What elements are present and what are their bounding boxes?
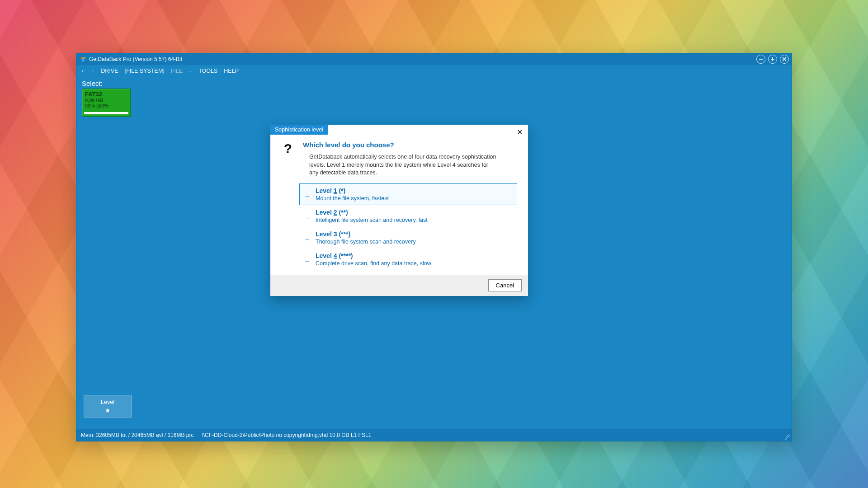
drive-filesystem: FAT32 — [85, 91, 127, 98]
dialog-footer: Cancel — [270, 275, 528, 296]
menu-tools[interactable]: TOOLS — [198, 68, 217, 74]
titlebar: GetDataBack Pro (Version 5.57) 64-Bit — [76, 53, 792, 65]
arrow-right-icon: → — [304, 192, 310, 200]
level-4-desc: Complete drive scan, find any data trace… — [316, 260, 431, 267]
drive-usage-bar — [84, 112, 128, 114]
select-label: Select: — [76, 77, 792, 92]
level-1-desc: Mount the file system, fastest — [316, 195, 389, 202]
dialog-title: Which level do you choose? — [303, 141, 497, 149]
menu-file: FILE — [171, 68, 183, 74]
app-window: GetDataBack Pro (Version 5.57) 64-Bit ‹ … — [76, 53, 792, 441]
drive-percent: 99% @0% — [85, 103, 127, 108]
close-button[interactable] — [780, 55, 789, 64]
nav-back[interactable]: ‹ — [81, 68, 85, 74]
question-icon: ? — [281, 142, 295, 155]
dialog-body: ? Which level do you choose? GetDataback… — [270, 135, 528, 275]
level-option-4[interactable]: → Level 4 (****) Complete drive scan, fi… — [299, 249, 517, 270]
status-path: \\CF-DD-Cloud-2\Public\Photo no copyrigh… — [202, 432, 371, 438]
sophistication-dialog: Sophistication level ✕ ? Which level do … — [270, 125, 528, 296]
arrow-right-icon: → — [304, 258, 310, 265]
cancel-button[interactable]: Cancel — [488, 279, 522, 291]
window-controls — [756, 55, 789, 64]
svg-point-2 — [82, 59, 84, 61]
level-option-2[interactable]: → Level 2 (**) Intelligent file system s… — [299, 205, 517, 227]
drive-card[interactable]: FAT32 9,99 GB 99% @0% — [82, 89, 131, 117]
level-option-1[interactable]: → Level 1 (*) Mount the file system, fas… — [299, 183, 517, 205]
level-button-label: Level — [101, 399, 114, 405]
resize-grip-icon[interactable] — [784, 434, 790, 440]
arrow-right-icon: → — [304, 236, 310, 243]
maximize-button[interactable] — [768, 55, 777, 64]
app-icon — [80, 56, 86, 62]
menu-help[interactable]: HELP — [224, 68, 239, 74]
drive-size: 9,99 GB — [85, 98, 127, 103]
window-title: GetDataBack Pro (Version 5.57) 64-Bit — [89, 56, 182, 62]
close-icon — [782, 57, 787, 61]
level-2-desc: Intelligent file system scan and recover… — [316, 217, 428, 223]
menu-drive[interactable]: DRIVE — [101, 68, 118, 74]
menu-separator: – — [189, 68, 192, 74]
arrow-right-icon: → — [304, 214, 310, 221]
level-1-title: Level 1 (*) — [316, 187, 389, 194]
statusbar: Mem: 32605MB tot / 20465MB avl / 116MB p… — [76, 429, 792, 441]
menu-file-system[interactable]: FILE SYSTEM — [125, 68, 165, 74]
level-2-title: Level 2 (**) — [316, 209, 428, 216]
plus-icon — [770, 57, 775, 61]
level-4-title: Level 4 (****) — [316, 252, 431, 259]
level-option-3[interactable]: → Level 3 (***) Thorough file system sca… — [299, 227, 517, 249]
menubar: ‹ › DRIVE FILE SYSTEM FILE – TOOLS HELP — [76, 65, 792, 77]
close-icon: ✕ — [517, 128, 523, 136]
minimize-icon — [759, 57, 763, 61]
star-icon: ★ — [105, 407, 111, 413]
level-button[interactable]: Level ★ — [84, 395, 132, 418]
svg-point-1 — [83, 57, 85, 59]
nav-forward: › — [91, 68, 94, 74]
level-3-desc: Thorough file system scan and recovery — [316, 239, 416, 245]
level-3-title: Level 3 (***) — [316, 230, 416, 238]
minimize-button[interactable] — [756, 55, 765, 64]
dialog-close-button[interactable]: ✕ — [515, 127, 524, 136]
svg-point-0 — [81, 57, 83, 59]
dialog-tab: Sophistication level — [270, 125, 328, 135]
level-options: → Level 1 (*) Mount the file system, fas… — [281, 183, 517, 270]
dialog-description: GetDataback automatically selects one of… — [303, 153, 497, 177]
status-mem: Mem: 32605MB tot / 20465MB avl / 116MB p… — [81, 432, 193, 438]
